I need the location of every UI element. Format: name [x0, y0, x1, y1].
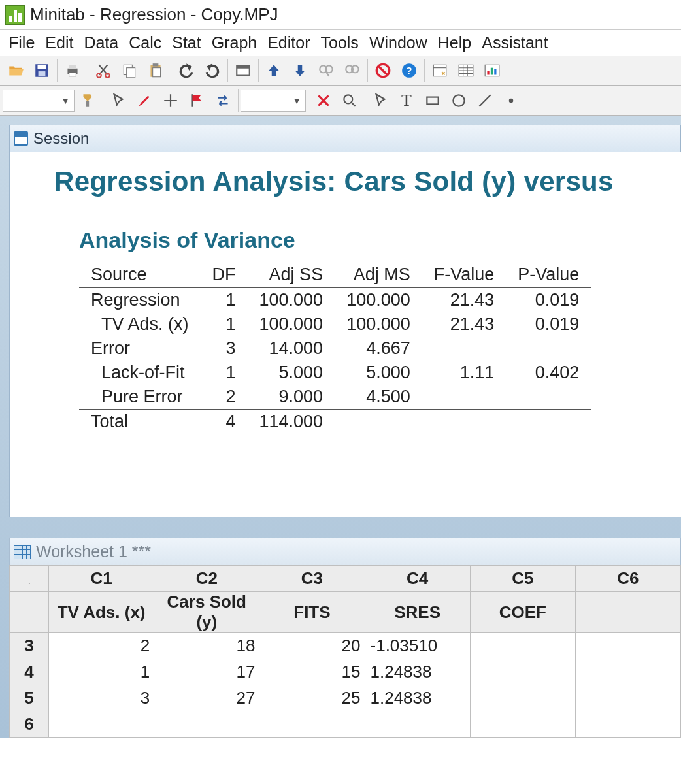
worksheet-cell[interactable] [259, 711, 365, 738]
svg-rect-11 [153, 68, 161, 77]
menu-calc[interactable]: Calc [124, 32, 166, 54]
menu-edit[interactable]: Edit [41, 32, 78, 54]
worksheet-cell[interactable]: 15 [259, 659, 365, 685]
var-name-c1[interactable]: TV Ads. (x) [49, 592, 154, 633]
cancel-icon[interactable] [370, 57, 396, 84]
find-next-icon[interactable] [339, 57, 365, 84]
col-header-c3[interactable]: C3 [259, 566, 365, 592]
row-header[interactable]: 5 [10, 685, 49, 711]
worksheet-cell[interactable]: 25 [259, 685, 365, 711]
menu-assistant[interactable]: Assistant [477, 32, 552, 54]
circle-tool-icon[interactable] [446, 88, 472, 114]
menu-window[interactable]: Window [365, 32, 432, 54]
toolbar-standard: ? [0, 56, 681, 86]
menu-file[interactable]: File [4, 32, 39, 54]
session-output[interactable]: Regression Analysis: Cars Sold (y) versu… [9, 152, 681, 517]
pointer-icon[interactable] [105, 88, 131, 114]
worksheet-cell[interactable]: 18 [154, 633, 259, 659]
name-box[interactable]: ▼ [3, 90, 75, 112]
worksheet-cell[interactable] [470, 685, 575, 711]
arrow-down-icon[interactable] [287, 57, 313, 84]
var-name-c4[interactable]: SRES [365, 592, 470, 633]
help-icon[interactable]: ? [396, 57, 422, 84]
var-name-c6[interactable] [575, 592, 680, 633]
col-header-c5[interactable]: C5 [470, 566, 575, 592]
graph-window-icon[interactable] [479, 57, 505, 84]
menu-editor[interactable]: Editor [263, 32, 314, 54]
worksheet-cell[interactable] [470, 659, 575, 685]
worksheet-cell[interactable]: 1.24838 [365, 685, 470, 711]
anova-f [422, 410, 507, 434]
swap-icon[interactable] [210, 88, 236, 114]
anova-p [506, 410, 591, 434]
paste-icon[interactable] [142, 57, 169, 84]
worksheet-cell[interactable] [49, 711, 154, 738]
copy-icon[interactable] [116, 57, 142, 84]
new-window-icon[interactable] [230, 57, 256, 84]
svg-rect-9 [127, 68, 135, 78]
worksheet-window-titlebar[interactable]: Worksheet 1 *** [9, 538, 681, 565]
worksheet-cell[interactable] [365, 711, 470, 738]
save-icon[interactable] [29, 57, 55, 84]
worksheet-grid[interactable]: ↓ C1 C2 C3 C4 C5 C6 TV Ads. (x) Cars Sol… [9, 565, 681, 738]
search-icon[interactable] [337, 88, 363, 114]
session-window-icon[interactable] [427, 57, 453, 84]
row-header[interactable]: 4 [10, 659, 49, 685]
worksheet-cell[interactable]: 2 [49, 633, 154, 659]
text-tool-icon[interactable]: T [393, 88, 420, 114]
worksheet-cell[interactable]: 17 [154, 659, 259, 685]
menu-data[interactable]: Data [79, 32, 123, 54]
menu-help[interactable]: Help [433, 32, 476, 54]
col-header-c4[interactable]: C4 [365, 566, 470, 592]
col-header-c1[interactable]: C1 [49, 566, 154, 592]
row-header[interactable]: 6 [10, 711, 49, 738]
delete-icon[interactable] [310, 88, 337, 114]
menu-stat[interactable]: Stat [167, 32, 205, 54]
worksheet-cell[interactable] [575, 685, 680, 711]
print-icon[interactable] [59, 57, 86, 84]
var-name-c5[interactable]: COEF [470, 592, 575, 633]
crosshair-icon[interactable] [158, 88, 184, 114]
col-header-c6[interactable]: C6 [575, 566, 680, 592]
menu-tools[interactable]: Tools [316, 32, 363, 54]
worksheet-cell[interactable]: -1.03510 [365, 633, 470, 659]
rectangle-tool-icon[interactable] [420, 88, 446, 114]
cut-icon[interactable] [90, 57, 116, 84]
worksheet-cell[interactable]: 1 [49, 659, 154, 685]
worksheet-corner[interactable]: ↓ [10, 566, 49, 592]
anova-df: 1 [201, 361, 248, 385]
worksheet-cell[interactable]: 3 [49, 685, 154, 711]
worksheet-cell[interactable]: 20 [259, 633, 365, 659]
worksheet-cell[interactable] [575, 659, 680, 685]
open-icon[interactable] [3, 57, 29, 84]
worksheet-cell[interactable] [470, 633, 575, 659]
col-header-c2[interactable]: C2 [154, 566, 259, 592]
worksheet-cell[interactable]: 27 [154, 685, 259, 711]
worksheet-varname-row-header[interactable] [10, 592, 49, 633]
find-icon[interactable] [313, 57, 339, 84]
worksheet-cell[interactable] [575, 711, 680, 738]
select-icon[interactable] [367, 88, 393, 114]
worksheet-cell[interactable] [470, 711, 575, 738]
var-name-c3[interactable]: FITS [259, 592, 365, 633]
svg-rect-30 [427, 97, 438, 105]
anova-col-f: F-Value [422, 262, 507, 288]
menu-graph[interactable]: Graph [207, 32, 261, 54]
undo-icon[interactable] [173, 57, 199, 84]
row-header[interactable]: 3 [10, 633, 49, 659]
worksheet-cell[interactable] [154, 711, 259, 738]
flag-icon[interactable] [184, 88, 210, 114]
marker-tool-icon[interactable] [498, 88, 524, 114]
arrow-up-icon[interactable] [261, 57, 287, 84]
svg-point-29 [344, 95, 352, 103]
session-window-titlebar[interactable]: Session [9, 125, 681, 152]
format-painter-icon[interactable] [75, 88, 101, 114]
brush-icon[interactable] [131, 88, 158, 114]
column-selector[interactable]: ▼ [241, 90, 306, 112]
worksheet-window-icon[interactable] [453, 57, 479, 84]
line-tool-icon[interactable] [472, 88, 498, 114]
worksheet-cell[interactable]: 1.24838 [365, 659, 470, 685]
redo-icon[interactable] [199, 57, 225, 84]
worksheet-cell[interactable] [575, 633, 680, 659]
var-name-c2[interactable]: Cars Sold (y) [154, 592, 259, 633]
